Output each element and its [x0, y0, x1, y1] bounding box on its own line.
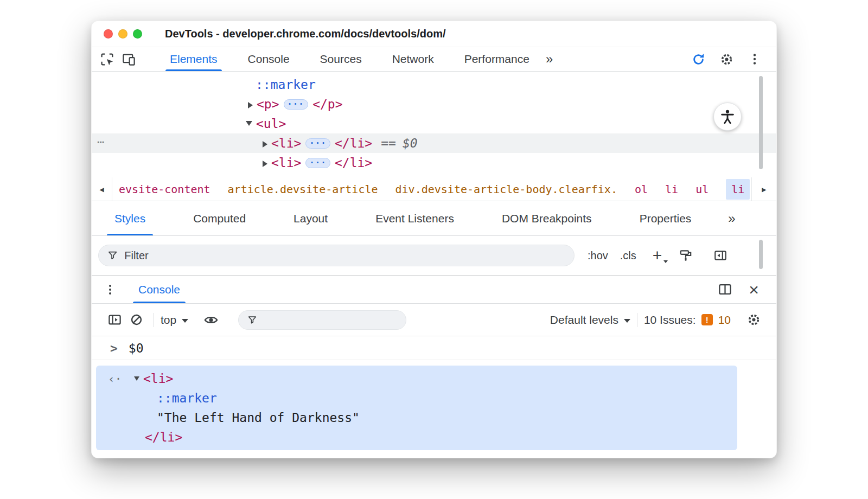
paint-roller-icon[interactable]: [675, 245, 697, 266]
window-title: DevTools - developer.chrome.com/docs/dev…: [165, 28, 446, 40]
breadcrumb-item[interactable]: ul: [695, 183, 709, 196]
breadcrumb-scroll-right-icon[interactable]: ▶: [751, 177, 776, 201]
breadcrumb-item[interactable]: ol: [635, 183, 648, 196]
tab-console-drawer[interactable]: Console: [130, 276, 189, 303]
log-levels-selector[interactable]: Default levels: [550, 314, 630, 327]
breadcrumb-item[interactable]: li: [665, 183, 678, 196]
styles-scrollbar[interactable]: [759, 240, 763, 269]
collapse-arrow-icon[interactable]: [246, 121, 252, 126]
device-toolbar-icon[interactable]: [118, 49, 139, 69]
expand-arrow-icon[interactable]: [248, 102, 253, 108]
breadcrumb-item-selected[interactable]: li: [726, 179, 750, 200]
inline-expand-button[interactable]: ···: [284, 99, 309, 110]
more-tabs-icon[interactable]: »: [546, 53, 553, 66]
sidebar-toggle-icon[interactable]: [710, 245, 731, 266]
gutter-dots-icon[interactable]: ⋯: [97, 132, 105, 152]
dom-tree-row-li[interactable]: <li>···</li>: [92, 153, 776, 172]
settings-gear-icon[interactable]: [716, 49, 737, 69]
filter-funnel-icon: [107, 250, 118, 261]
drawer-kebab-menu-icon[interactable]: [99, 279, 121, 300]
accessibility-person-icon: [719, 108, 736, 125]
result-line-marker: ::marker: [96, 388, 737, 408]
tab-performance[interactable]: Performance: [456, 47, 538, 71]
console-result-block[interactable]: ‹·<li> ::marker "The Left Hand of Darkne…: [96, 366, 737, 450]
drawer-header-icons: ×: [714, 276, 759, 303]
kebab-menu-icon[interactable]: [744, 49, 765, 69]
tag-close: </li>: [335, 156, 372, 170]
clear-console-icon[interactable]: [125, 310, 147, 330]
tab-dom-breakpoints[interactable]: DOM Breakpoints: [491, 201, 603, 235]
window-titlebar: DevTools - developer.chrome.com/docs/dev…: [92, 21, 776, 47]
toolbar-divider: [154, 313, 154, 327]
split-panel-icon[interactable]: [714, 279, 736, 300]
console-expression: $0: [129, 341, 144, 355]
tag-close: </li>: [335, 136, 372, 150]
toolbar-right-icons: [687, 49, 765, 69]
tab-computed[interactable]: Computed: [182, 201, 257, 235]
elements-scrollbar[interactable]: [759, 76, 763, 169]
prompt-chevron-icon: >: [110, 341, 118, 355]
class-toggle[interactable]: .cls: [620, 250, 636, 262]
dom-tree-row-li-selected[interactable]: ⋯ <li>···</li>==$0: [92, 133, 776, 153]
new-style-rule-button[interactable]: +: [653, 247, 662, 264]
sidebar-tabs: Styles Computed Layout Event Listeners D…: [92, 201, 776, 236]
pseudo-element-label: ::marker: [157, 391, 217, 405]
eye-icon[interactable]: [200, 310, 222, 330]
toolbar-divider: [637, 313, 637, 327]
result-line-text: "The Left Hand of Darkness": [96, 408, 737, 427]
tab-elements[interactable]: Elements: [161, 47, 226, 71]
breadcrumb: evsite-content article.devsite-article d…: [112, 177, 750, 201]
styles-filter-input[interactable]: [124, 250, 565, 262]
issues-count: 10: [718, 314, 731, 327]
console-sidebar-icon[interactable]: [104, 310, 125, 330]
console-messages: > $0 ‹·<li> ::marker "The Left Hand of D…: [92, 336, 776, 458]
expand-arrow-icon[interactable]: [263, 141, 267, 148]
tag-open: <li>: [271, 136, 301, 150]
inline-expand-button[interactable]: ···: [305, 138, 330, 149]
tab-properties[interactable]: Properties: [629, 201, 703, 235]
expand-arrow-icon[interactable]: [263, 161, 267, 167]
tag-close: </li>: [145, 430, 182, 444]
tab-network[interactable]: Network: [384, 47, 443, 71]
collapse-arrow-icon[interactable]: [134, 376, 139, 381]
tab-sources[interactable]: Sources: [311, 47, 371, 71]
breadcrumb-item[interactable]: article.devsite-article: [228, 183, 378, 196]
tag-open: <li>: [143, 372, 173, 386]
breadcrumb-item[interactable]: evsite-content: [119, 183, 210, 196]
issues-badge-icon: !: [701, 314, 713, 325]
console-filter[interactable]: [238, 310, 406, 330]
issues-counter[interactable]: 10 Issues: ! 10: [644, 314, 731, 327]
tag-open: <p>: [257, 97, 279, 111]
close-window-button[interactable]: [104, 29, 113, 39]
tab-event-listeners[interactable]: Event Listeners: [365, 201, 465, 235]
dom-tree-row-ul[interactable]: <ul>: [92, 114, 776, 133]
breadcrumb-item[interactable]: div.devsite-article-body.clearfix.: [395, 183, 617, 196]
devtools-window: DevTools - developer.chrome.com/docs/dev…: [91, 21, 777, 458]
more-tabs-icon[interactable]: »: [728, 212, 735, 225]
devtools-toolbar: Elements Console Sources Network Perform…: [92, 47, 776, 72]
tab-styles[interactable]: Styles: [104, 201, 156, 235]
zoom-window-button[interactable]: [133, 29, 142, 39]
node-text-value: "The Left Hand of Darkness": [157, 411, 360, 425]
console-settings-gear-icon[interactable]: [743, 310, 764, 330]
accessibility-button[interactable]: [713, 103, 742, 131]
close-drawer-icon[interactable]: ×: [749, 281, 759, 298]
traffic-lights: [92, 29, 142, 39]
dom-tree-row-p[interactable]: <p>···</p>: [92, 94, 776, 114]
sync-icon[interactable]: [687, 49, 709, 69]
pseudo-element-label: ::marker: [256, 78, 316, 92]
breadcrumb-scroll-left-icon[interactable]: ◀: [92, 177, 112, 201]
tab-console[interactable]: Console: [239, 47, 298, 71]
context-selector[interactable]: top: [161, 314, 188, 327]
tag-close: </p>: [312, 97, 342, 111]
dom-tree-row-marker[interactable]: ::marker: [92, 75, 776, 94]
styles-filter[interactable]: [98, 245, 575, 266]
dropdown-caret-icon: [624, 319, 630, 323]
pseudo-state-toggle[interactable]: :hov: [588, 250, 608, 262]
minimize-window-button[interactable]: [118, 29, 127, 39]
inline-expand-button[interactable]: ···: [305, 158, 330, 168]
breadcrumb-bar: ◀ evsite-content article.devsite-article…: [92, 177, 776, 201]
console-filter-input[interactable]: [263, 314, 397, 326]
tab-layout[interactable]: Layout: [283, 201, 339, 235]
inspect-icon[interactable]: [96, 49, 118, 69]
